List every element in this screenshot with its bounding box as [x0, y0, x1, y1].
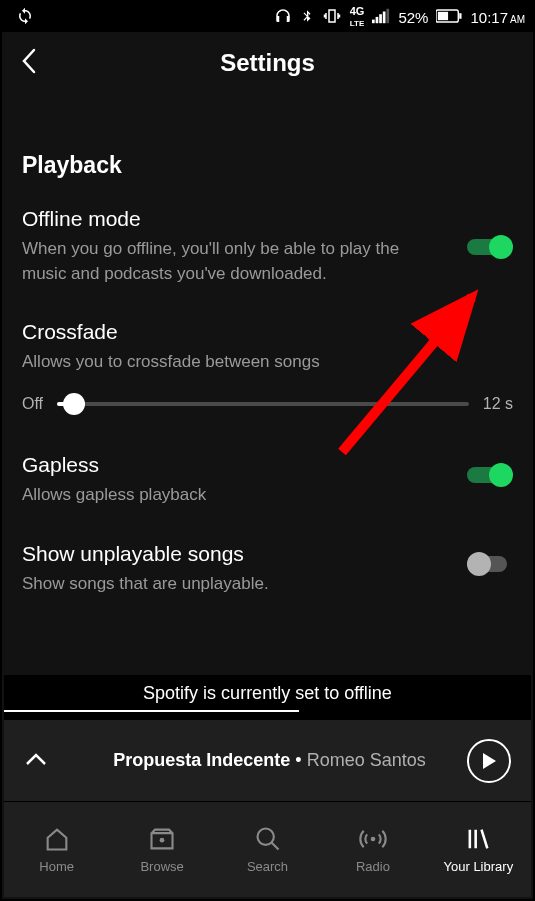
setting-gapless: Gapless Allows gapless playback	[22, 453, 513, 508]
setting-desc: Allows gapless playback	[22, 483, 402, 508]
network-type: 4GLTE	[350, 6, 365, 28]
clock: 10:17AM	[470, 9, 525, 26]
section-playback-title: Playback	[22, 152, 513, 179]
settings-content: Playback Offline mode When you go offlin…	[2, 94, 533, 596]
svg-rect-0	[372, 19, 375, 23]
library-icon	[464, 825, 492, 853]
svg-point-9	[257, 829, 273, 845]
setting-title: Show unplayable songs	[22, 542, 513, 566]
battery-percent: 52%	[398, 9, 428, 26]
setting-title: Offline mode	[22, 207, 513, 231]
setting-title: Crossfade	[22, 320, 513, 344]
signal-icon	[372, 8, 390, 27]
crossfade-slider[interactable]	[57, 402, 469, 406]
setting-title: Gapless	[22, 453, 513, 477]
browse-icon	[148, 825, 176, 853]
svg-rect-1	[376, 16, 379, 22]
nav-radio[interactable]: Radio	[320, 802, 425, 897]
page-title: Settings	[220, 49, 315, 77]
svg-rect-7	[460, 13, 462, 19]
search-icon	[254, 825, 282, 853]
vibrate-icon	[322, 7, 342, 28]
track-name: Propuesta Indecente	[113, 750, 290, 770]
bottom-nav: Home Browse Search Radio Your Library	[4, 801, 531, 897]
status-bar: 4GLTE 52% 10:17AM	[2, 2, 533, 32]
nav-library[interactable]: Your Library	[426, 802, 531, 897]
back-button[interactable]	[20, 47, 38, 79]
gapless-toggle[interactable]	[467, 463, 513, 487]
svg-rect-2	[380, 14, 383, 23]
headphones-icon	[274, 7, 292, 28]
crossfade-slider-row: Off 12 s	[22, 395, 513, 413]
setting-desc: Show songs that are unplayable.	[22, 572, 402, 597]
svg-point-8	[160, 838, 165, 843]
nav-browse[interactable]: Browse	[109, 802, 214, 897]
svg-rect-6	[438, 11, 448, 19]
slider-max-label: 12 s	[483, 395, 513, 413]
setting-crossfade: Crossfade Allows you to crossfade betwee…	[22, 320, 513, 375]
play-icon	[481, 752, 497, 770]
nav-search[interactable]: Search	[215, 802, 320, 897]
play-button[interactable]	[467, 739, 511, 783]
bluetooth-icon	[300, 7, 314, 28]
battery-icon	[436, 9, 462, 26]
now-playing-bar[interactable]: Propuesta Indecente • Romeo Santos	[4, 719, 531, 801]
svg-rect-4	[387, 8, 390, 22]
home-icon	[43, 825, 71, 853]
setting-unplayable: Show unplayable songs Show songs that ar…	[22, 542, 513, 597]
unplayable-toggle[interactable]	[467, 552, 513, 576]
header: Settings	[2, 32, 533, 94]
slider-thumb[interactable]	[63, 393, 85, 415]
offline-toast: Spotify is currently set to offline	[4, 675, 531, 720]
nav-home[interactable]: Home	[4, 802, 109, 897]
svg-rect-3	[383, 11, 386, 23]
artist-name: Romeo Santos	[307, 750, 426, 770]
svg-point-10	[371, 837, 376, 842]
setting-desc: When you go offline, you'll only be able…	[22, 237, 402, 286]
offline-mode-toggle[interactable]	[467, 235, 513, 259]
chevron-up-icon[interactable]	[24, 751, 48, 771]
now-playing-text: Propuesta Indecente • Romeo Santos	[72, 750, 467, 771]
sync-icon	[10, 7, 34, 28]
setting-desc: Allows you to crossfade between songs	[22, 350, 402, 375]
slider-min-label: Off	[22, 395, 43, 413]
chevron-left-icon	[20, 47, 38, 75]
radio-icon	[358, 825, 388, 853]
setting-offline-mode: Offline mode When you go offline, you'll…	[22, 207, 513, 286]
